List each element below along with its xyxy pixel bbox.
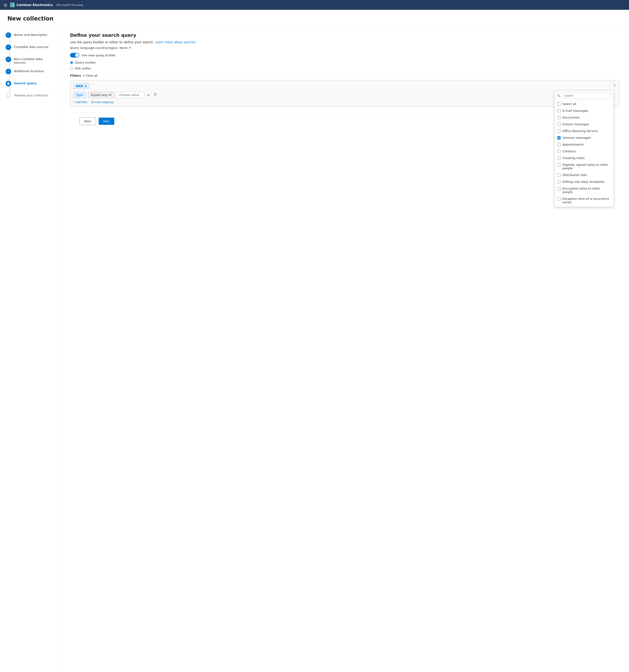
and-label: AND — [76, 84, 83, 88]
dropdown-item[interactable]: Creating notes — [555, 154, 614, 161]
step-circle-3: ✓ — [6, 56, 11, 62]
collapse-icon[interactable]: ∧ — [613, 83, 616, 87]
dropdown-item[interactable]: Journal entries — [555, 206, 614, 207]
checkmark-icon-4: ✓ — [7, 70, 9, 73]
dropdown-item-label: Instant messages — [562, 122, 589, 126]
dropdown-item[interactable]: E-mail messages — [555, 107, 614, 114]
step-circle-1: ✓ — [6, 32, 11, 38]
step-circle-2: ✓ — [6, 45, 11, 50]
step-additional-locations: ✓ Additional locations — [6, 69, 55, 81]
query-language-row: Query language-country/region: None ✦ — [70, 46, 620, 50]
dropdown-item-label: Appointments — [562, 143, 584, 146]
dropdown-item-label: Distribution lists — [562, 173, 587, 177]
add-filter-button[interactable]: + Add filter — [73, 100, 87, 104]
step-search-query: Search query — [6, 81, 55, 93]
radio-query-builder[interactable]: Query builder — [70, 61, 620, 64]
bottom-nav: Back Next — [70, 113, 620, 130]
dropdown-item-label: Office Roaming Service — [562, 129, 598, 133]
dropdown-item[interactable]: Select all — [555, 101, 614, 107]
delete-filter-button[interactable] — [153, 92, 158, 98]
add-row: + Add filter ⊞ Add subgroup — [73, 100, 617, 104]
language-edit-icon[interactable]: ✦ — [129, 46, 132, 50]
chevron-down-icon: ∨ — [84, 84, 87, 88]
step-label-2[interactable]: Custodial data sources — [14, 45, 48, 49]
dropdown-item-label: Documents — [562, 116, 580, 119]
dropdown-item[interactable]: Encrypted notes to other people — [555, 185, 614, 195]
dropdown-checkbox[interactable] — [557, 129, 560, 133]
query-mode-radio-group: Query builder KQL editor — [70, 61, 620, 70]
dropdown-checkbox[interactable] — [557, 109, 560, 113]
dropdown-checkbox[interactable] — [557, 173, 560, 177]
page-title: New collection — [7, 15, 622, 22]
filters-bar: Filters ✕ Clear all — [70, 74, 620, 77]
dropdown-checkbox[interactable] — [557, 163, 560, 167]
dropdown-checkbox[interactable] — [557, 157, 560, 160]
product-name: Microsoft Purview — [56, 3, 83, 7]
dropdown-item[interactable]: Yammer messages — [555, 134, 614, 141]
toggle-row: Use new query builder — [70, 53, 620, 57]
svg-rect-0 — [11, 3, 12, 5]
next-button[interactable]: Next — [99, 118, 114, 125]
step-circle-5 — [6, 81, 11, 87]
dropdown-checkbox[interactable] — [557, 116, 560, 119]
dropdown-checkbox[interactable] — [557, 136, 560, 140]
dropdown-checkbox[interactable] — [557, 197, 560, 200]
dropdown-checkbox[interactable] — [557, 143, 560, 146]
dropdown-item-label: Creating notes — [562, 156, 585, 160]
step-name-description: ✓ Name and description — [6, 32, 55, 45]
dropdown-item[interactable]: Editing rule reply templates — [555, 178, 614, 185]
type-chip[interactable]: Type — [73, 92, 86, 98]
value-chip[interactable]: choose value — [116, 92, 144, 98]
grid-icon[interactable]: ⊞ — [4, 3, 7, 7]
company-logo: Contoso Electronics — [10, 3, 53, 7]
dropdown-checkbox[interactable] — [557, 102, 560, 106]
checkmark-icon: ✓ — [7, 33, 9, 37]
step-label-1[interactable]: Name and description — [14, 32, 47, 37]
dropdown-item-label: Contacts — [562, 149, 576, 153]
dropdown-item[interactable]: Digitally signed notes to other people — [555, 161, 614, 172]
dropdown-item[interactable]: Documents — [555, 114, 614, 121]
dropdown-item[interactable]: Contacts — [555, 148, 614, 154]
section-title: Define your search query — [70, 32, 620, 38]
dropdown-item-label: Exception item of a recurrence series — [562, 197, 611, 204]
add-subgroup-icon: ⊞ — [91, 100, 94, 104]
dropdown-item[interactable]: Appointments — [555, 141, 614, 148]
clear-all-button[interactable]: ✕ Clear all — [83, 74, 97, 77]
company-name: Contoso Electronics — [17, 3, 53, 7]
step-circle-4: ✓ — [6, 69, 11, 74]
dropdown-item[interactable]: Distribution lists — [555, 172, 614, 178]
learn-more-link[interactable]: Learn more about queries — [155, 40, 196, 44]
dropdown-checkbox[interactable] — [557, 180, 560, 184]
step-label-4[interactable]: Additional locations — [14, 69, 44, 73]
dropdown-item-label: Editing rule reply templates — [562, 180, 605, 184]
dropdown-item-label: Select all — [562, 102, 576, 106]
query-language-label: Query language-country/region: None — [70, 46, 127, 50]
step-label-3[interactable]: Non-custodial data sources — [14, 56, 55, 64]
new-query-builder-toggle[interactable] — [70, 53, 79, 57]
back-button[interactable]: Back — [79, 117, 96, 125]
step-circle-6 — [6, 93, 11, 98]
dropdown-item[interactable]: Instant messages — [555, 121, 614, 127]
search-icon: 🔍 — [557, 94, 560, 97]
step-label-5[interactable]: Search query — [14, 81, 36, 85]
clear-filter-button[interactable]: ✕ — [146, 92, 151, 98]
dropdown-items-list: Select allE-mail messagesDocumentsInstan… — [555, 101, 614, 207]
condition-chip[interactable]: Equals any of — [88, 92, 115, 98]
dropdown-item[interactable]: Exception item of a recurrence series — [555, 195, 614, 206]
radio-query-builder-label: Query builder — [75, 61, 96, 64]
step-label-6[interactable]: Review your collection — [15, 93, 48, 97]
filters-label: Filters — [70, 74, 81, 77]
dropdown-item[interactable]: Office Roaming Service — [555, 127, 614, 134]
dropdown-checkbox[interactable] — [557, 187, 560, 190]
page-header: New collection — [0, 10, 629, 26]
dropdown-search-input[interactable] — [562, 93, 611, 98]
dropdown-item-label: E-mail messages — [562, 109, 588, 113]
dropdown-item-label: Encrypted notes to other people — [562, 187, 611, 194]
query-builder-box: ∧ AND ∨ Type Equals any of choose value … — [70, 80, 620, 107]
and-dropdown[interactable]: AND ∨ — [73, 83, 90, 89]
dropdown-checkbox[interactable] — [557, 150, 560, 153]
add-subgroup-button[interactable]: ⊞ Add subgroup — [91, 100, 114, 104]
svg-rect-1 — [12, 3, 14, 5]
radio-kql-editor[interactable]: KQL editor — [70, 67, 620, 70]
dropdown-checkbox[interactable] — [557, 123, 560, 126]
